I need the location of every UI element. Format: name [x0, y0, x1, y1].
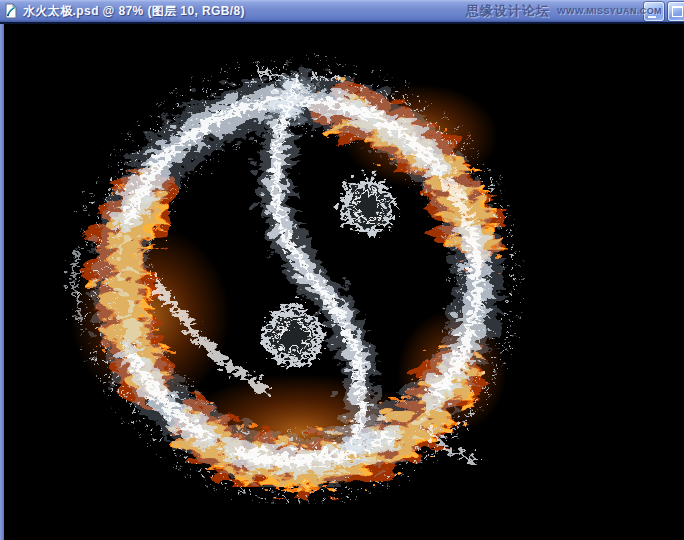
minimize-button[interactable] [644, 2, 664, 21]
minimize-icon [648, 16, 656, 18]
watermark: 思缘设计论坛 WWW.MISSYUAN.COM [466, 0, 662, 22]
window-title: 水火太极.psd @ 87% (图层 10, RGB/8) [23, 3, 245, 20]
maximize-button[interactable] [668, 2, 684, 21]
window-border-left[interactable] [0, 24, 4, 540]
psd-file-icon [3, 3, 19, 19]
taiji-artwork [0, 24, 684, 540]
document-canvas[interactable] [0, 24, 684, 540]
watermark-forum-name: 思缘设计论坛 [466, 2, 550, 20]
upper-dot [338, 176, 386, 224]
maximize-icon [672, 6, 683, 17]
lower-dot [261, 304, 313, 356]
titlebar[interactable]: 水火太极.psd @ 87% (图层 10, RGB/8) 思缘设计论坛 WWW… [0, 0, 684, 24]
